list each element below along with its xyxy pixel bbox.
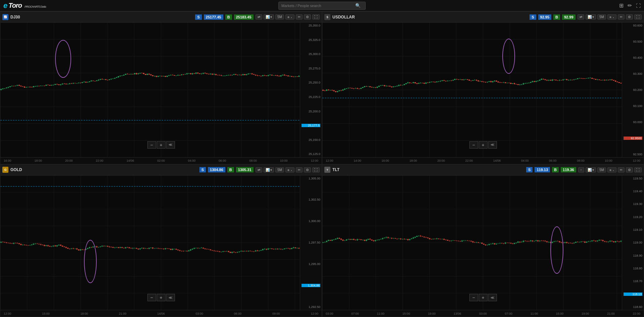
time-scale-gold: 12:00 15:00 18:00 21:00 14/06 03:00 06:0… <box>0 310 322 317</box>
price-level: 93.100 <box>624 104 642 108</box>
buy-price-gold: 1305.31 <box>236 167 254 172</box>
zoom-out-gold[interactable]: − <box>147 294 156 301</box>
compare-btn-tlt[interactable]: − <box>578 167 584 172</box>
sell-label-usdollar: S <box>530 14 536 20</box>
price-level: 1,302.50 <box>302 198 320 201</box>
settings-btn-tlt[interactable]: ⚙ <box>626 167 633 172</box>
buy-label-usdollar: B <box>553 14 560 20</box>
share-dj30[interactable]: ≪ <box>166 141 175 149</box>
zoom-controls-usdollar: − + ≪ <box>469 141 497 149</box>
chart-header-tlt: T TLT S 119.13 B 119.36 − 📊 ▾ 5M ⎈ ▾ ✏ ⚙… <box>322 165 644 175</box>
zoom-controls-gold: − + ≪ <box>147 294 175 301</box>
chart-type-btn-tlt[interactable]: 📊 ▾ <box>586 167 596 172</box>
price-scale-dj30: 25,350.0 25,325.0 25,300.0 25,275.0 25,2… <box>300 22 322 157</box>
share-tlt[interactable]: ≪ <box>488 294 497 301</box>
expand-btn-dj30[interactable]: ⛶ <box>312 14 320 19</box>
search-input[interactable] <box>281 4 355 8</box>
chart-type-btn-usdollar[interactable]: 📊 ▾ <box>586 14 596 19</box>
current-price-label-usdollar: 92.9500 <box>624 137 642 140</box>
draw-btn-usdollar[interactable]: ✏ <box>618 14 625 19</box>
compare-btn-gold[interactable]: ⇄ <box>256 167 262 172</box>
price-level: 25,300.0 <box>302 52 320 56</box>
logo: eToro PROCHARTS beta <box>3 1 46 10</box>
timeframe-btn-tlt[interactable]: 5M <box>597 167 606 172</box>
price-level: 118.90 <box>624 254 642 257</box>
settings-btn-gold[interactable]: ⚙ <box>304 167 311 172</box>
sell-price-gold: 1304.86 <box>208 167 225 172</box>
chart-body-usdollar: 93.600 93.500 93.400 93.300 93.200 93.10… <box>322 22 644 157</box>
price-level: 119.40 <box>624 190 642 193</box>
top-navigation: eToro PROCHARTS beta 🔍 ⊞ ✏ ⛶ <box>0 0 644 11</box>
chart-panel-tlt: T TLT S 119.13 B 119.36 − 📊 ▾ 5M ⎈ ▾ ✏ ⚙… <box>322 164 644 317</box>
expand-btn-tlt[interactable]: ⛶ <box>634 167 642 172</box>
chart-type-btn-dj30[interactable]: 📊 ▾ <box>264 14 274 19</box>
draw-btn-dj30[interactable]: ✏ <box>296 14 303 19</box>
timeframe-btn-gold[interactable]: 5M <box>275 167 284 172</box>
time-scale-dj30: 16:00 18:00 20:00 22:00 14/06 02:00 04:0… <box>0 157 322 164</box>
zoom-out-usdollar[interactable]: − <box>469 141 478 149</box>
price-level: 93.000 <box>624 120 642 124</box>
chart-canvas-tlt <box>322 175 644 310</box>
chart-title-dj30: DJ30 <box>10 15 193 19</box>
buy-price-usdollar: 92.99 <box>562 14 576 20</box>
price-level: 25,150.0 <box>302 138 320 142</box>
header-controls-gold: ⇄ 📊 ▾ 5M ⎈ ▾ ✏ ⚙ ⛶ <box>256 167 320 172</box>
price-level: 93.200 <box>624 88 642 92</box>
indicators-btn-tlt[interactable]: ⎈ ▾ <box>607 167 616 172</box>
price-level: 119.00 <box>624 241 642 244</box>
price-scale-gold: 1,305.00 1,302.50 1,300.00 1,297.50 1,29… <box>300 175 322 310</box>
price-scale-tlt: 119.50 119.40 119.30 119.20 119.10 119.0… <box>622 175 644 310</box>
price-level: 25,325.0 <box>302 38 320 42</box>
header-controls-tlt: − 📊 ▾ 5M ⎈ ▾ ✏ ⚙ ⛶ <box>578 167 642 172</box>
chart-icon-tlt: T <box>324 167 330 173</box>
price-level: 1,295.00 <box>302 262 320 266</box>
timeframe-btn-dj30[interactable]: 5M <box>275 14 284 19</box>
logo-procharts: PROCHARTS beta <box>25 5 46 8</box>
zoom-controls-dj30: − + ≪ <box>147 141 175 149</box>
expand-btn-gold[interactable]: ⛶ <box>312 167 320 172</box>
price-level: 25,275.0 <box>302 67 320 70</box>
indicators-btn-usdollar[interactable]: ⎈ ▾ <box>607 14 616 19</box>
price-scale-usdollar: 93.600 93.500 93.400 93.300 93.200 93.10… <box>622 22 644 157</box>
zoom-in-tlt[interactable]: + <box>479 294 488 301</box>
compare-btn-usdollar[interactable]: ⇄ <box>578 14 584 19</box>
draw-button[interactable]: ✏ <box>628 2 632 9</box>
price-level: 93.600 <box>624 24 642 27</box>
price-level: 1,297.50 <box>302 241 320 244</box>
zoom-out-dj30[interactable]: − <box>147 141 156 149</box>
price-level: 93.500 <box>624 40 642 43</box>
compare-btn-dj30[interactable]: ⇄ <box>256 14 262 19</box>
sell-price-dj30: 25177.45 <box>204 14 223 20</box>
share-gold[interactable]: ≪ <box>166 294 175 301</box>
timeframe-btn-usdollar[interactable]: 5M <box>597 14 606 19</box>
share-usdollar[interactable]: ≪ <box>488 141 497 149</box>
chart-body-dj30: 25,350.0 25,325.0 25,300.0 25,275.0 25,2… <box>0 22 322 157</box>
indicators-btn-dj30[interactable]: ⎈ ▾ <box>285 14 294 19</box>
price-level: 25,125.0 <box>302 152 320 156</box>
price-level: 92.500 <box>624 153 642 156</box>
current-price-label-dj30: 25,177.5 <box>302 124 320 127</box>
settings-btn-usdollar[interactable]: ⚙ <box>626 14 633 19</box>
chart-title-tlt: TLT <box>332 167 524 172</box>
draw-btn-tlt[interactable]: ✏ <box>618 167 625 172</box>
chart-icon-dj30: 📈 <box>2 14 8 20</box>
draw-btn-gold[interactable]: ✏ <box>296 167 303 172</box>
chart-type-btn-gold[interactable]: 📊 ▾ <box>264 167 274 172</box>
zoom-in-dj30[interactable]: + <box>157 141 166 149</box>
search-container[interactable]: 🔍 <box>278 2 366 10</box>
fullscreen-button[interactable]: ⛶ <box>636 3 641 8</box>
zoom-in-usdollar[interactable]: + <box>479 141 488 149</box>
chart-icon-usdollar: $ <box>324 14 330 20</box>
expand-btn-usdollar[interactable]: ⛶ <box>634 14 642 19</box>
grid-layout-button[interactable]: ⊞ <box>619 2 624 9</box>
settings-btn-dj30[interactable]: ⚙ <box>304 14 311 19</box>
price-level: 93.300 <box>624 72 642 75</box>
chart-header-dj30: 📈 DJ30 S 25177.45 B 25183.45 ⇄ 📊 ▾ 5M ⎈ … <box>0 12 322 22</box>
zoom-in-gold[interactable]: + <box>157 294 166 301</box>
zoom-out-tlt[interactable]: − <box>469 294 478 301</box>
sell-price-usdollar: 92.95 <box>538 14 552 20</box>
price-level: 93.400 <box>624 56 642 59</box>
indicators-btn-gold[interactable]: ⎈ ▾ <box>285 167 294 172</box>
chart-canvas-gold <box>0 175 322 310</box>
price-level: 25,200.0 <box>302 110 320 113</box>
